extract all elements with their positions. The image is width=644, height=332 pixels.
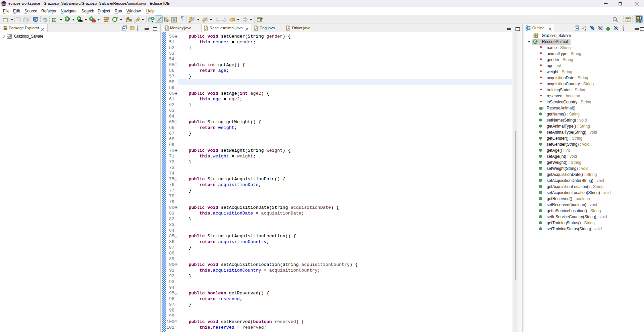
svg-text:J: J [166, 27, 168, 30]
svg-text:J: J [10, 34, 12, 37]
svg-text:C: C [534, 40, 537, 44]
svg-text:J: J [205, 27, 207, 30]
svg-text:J: J [255, 27, 257, 30]
svg-text:J: J [287, 27, 289, 30]
svg-text:z: z [585, 28, 586, 31]
svg-text:c: c [542, 106, 544, 109]
